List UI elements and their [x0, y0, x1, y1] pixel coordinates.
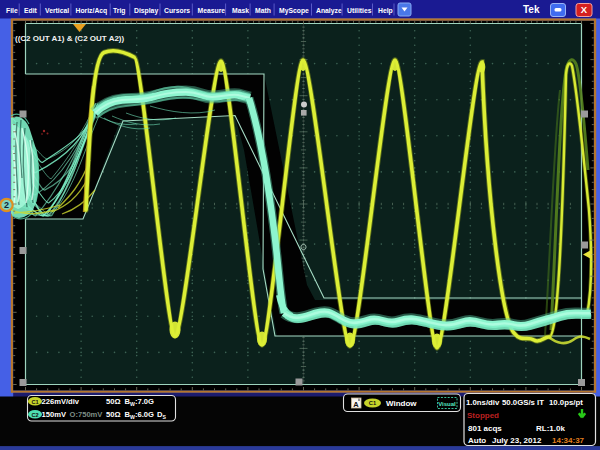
svg-text:50.0GS/s: 50.0GS/s [502, 398, 536, 407]
svg-text:O:750mV: O:750mV [70, 410, 104, 419]
svg-text:Help: Help [378, 7, 393, 15]
svg-text:C1: C1 [31, 399, 38, 405]
svg-text:Tek: Tek [523, 4, 540, 15]
svg-text:C1: C1 [369, 400, 377, 406]
svg-text:2: 2 [4, 200, 9, 210]
svg-text:Utilities: Utilities [347, 7, 372, 14]
svg-text:BW:7.0G: BW:7.0G [125, 397, 154, 407]
svg-text:Stopped: Stopped [467, 411, 499, 420]
svg-text:Analyze: Analyze [316, 7, 342, 15]
svg-text:Visual: Visual [438, 401, 456, 407]
svg-text:50Ω: 50Ω [106, 410, 121, 419]
svg-text:Math: Math [255, 7, 271, 14]
svg-text:BW:6.0G: BW:6.0G [125, 410, 154, 420]
svg-text:July 23, 2012: July 23, 2012 [492, 436, 542, 445]
svg-text:10.0ps/pt: 10.0ps/pt [549, 398, 583, 407]
svg-text:Edit: Edit [24, 7, 38, 14]
svg-text:Auto: Auto [468, 436, 486, 445]
svg-text:RL:1.0k: RL:1.0k [536, 424, 565, 433]
svg-text:C2: C2 [31, 412, 38, 418]
svg-text:IT: IT [537, 398, 544, 407]
svg-text:Horiz/Acq: Horiz/Acq [76, 7, 108, 15]
svg-text:Window: Window [386, 399, 417, 408]
svg-text:14:34:37: 14:34:37 [552, 436, 585, 445]
svg-text:226mV/div: 226mV/div [42, 397, 80, 406]
svg-text:((C2 OUT A1) & (C2 OUT A2)): ((C2 OUT A1) & (C2 OUT A2)) [15, 34, 125, 43]
svg-text:1.0ns/div: 1.0ns/div [466, 398, 500, 407]
svg-text:MyScope: MyScope [279, 7, 309, 15]
svg-text:150mV: 150mV [42, 410, 67, 419]
svg-text:Cursors: Cursors [164, 7, 190, 14]
svg-text:801 acqs: 801 acqs [468, 424, 502, 433]
svg-text:Vertical: Vertical [45, 7, 69, 14]
svg-text:Display: Display [134, 7, 158, 15]
svg-text:File: File [6, 7, 18, 14]
svg-text:A: A [353, 400, 359, 409]
svg-text:50Ω: 50Ω [106, 397, 121, 406]
svg-text:X: X [581, 4, 588, 15]
svg-text:Mask: Mask [232, 7, 249, 14]
svg-text:Trig: Trig [113, 7, 125, 15]
svg-text:Measure: Measure [198, 7, 226, 14]
